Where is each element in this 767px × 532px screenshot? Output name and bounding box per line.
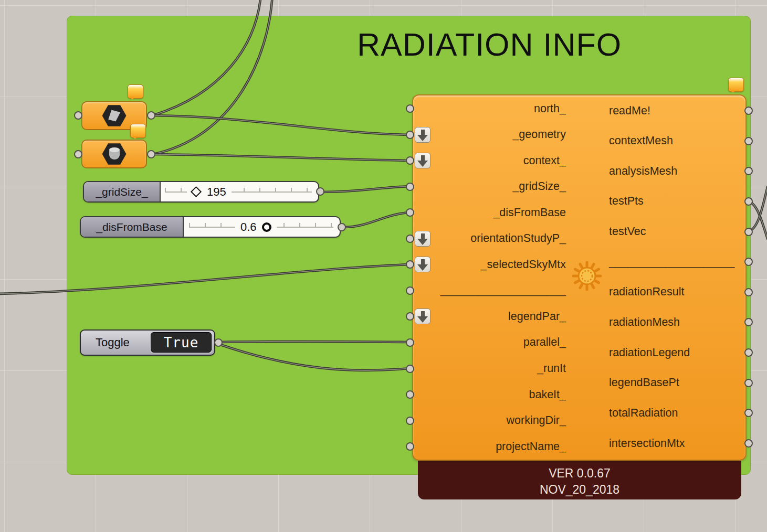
- wire-grip[interactable]: [744, 288, 753, 296]
- input-label: ____________________: [440, 284, 566, 297]
- output-label: testPts: [609, 195, 644, 208]
- wire-grip[interactable]: [406, 131, 414, 139]
- input-label: _disFromBase: [493, 206, 566, 219]
- boolean-toggle[interactable]: Toggle True: [80, 329, 215, 356]
- wire[interactable]: [153, 115, 410, 135]
- wire-grip[interactable]: [744, 348, 753, 357]
- component-output-row: radiationLegend: [609, 342, 751, 363]
- gridsize-number-slider[interactable]: _gridSize_ 195: [83, 181, 319, 203]
- wire-grip[interactable]: [338, 223, 346, 231]
- component-version: VER 0.0.67: [418, 465, 741, 482]
- wire-grip[interactable]: [74, 111, 82, 120]
- wire-grip[interactable]: [744, 197, 753, 206]
- component-input-row: parallel_: [413, 332, 570, 353]
- component-input-row: _selectedSkyMtx: [413, 254, 570, 275]
- component-input-row: projectName_: [413, 436, 570, 457]
- slider-label: _gridSize_: [84, 182, 161, 201]
- wire[interactable]: [153, 154, 410, 161]
- grasshopper-canvas[interactable]: RADIATION INFO VER 0.0.67 NOV_20_2018: [0, 0, 767, 532]
- component-input-row: _disFromBase: [413, 202, 570, 223]
- wire[interactable]: [153, 0, 261, 115]
- output-label: radiationMesh: [609, 316, 680, 329]
- warning-balloon-icon[interactable]: [728, 78, 744, 92]
- wire-grip[interactable]: [744, 379, 753, 387]
- list-access-arrow-icon[interactable]: [415, 153, 430, 168]
- component-output-row: readMe!: [609, 100, 751, 121]
- slider-track[interactable]: 0.6: [184, 217, 340, 237]
- input-label: orientationStudyP_: [470, 232, 566, 245]
- wire-grip[interactable]: [406, 417, 414, 425]
- slider-track[interactable]: 195: [161, 182, 318, 201]
- list-access-arrow-icon[interactable]: [415, 308, 430, 324]
- wire[interactable]: [321, 186, 410, 192]
- toggle-value[interactable]: True: [151, 332, 212, 353]
- output-label: radiationResult: [609, 285, 684, 299]
- wire-grip[interactable]: [406, 286, 414, 295]
- input-label: parallel_: [523, 336, 566, 349]
- input-label: context_: [523, 154, 566, 167]
- slider-label: _disFromBase: [81, 217, 184, 237]
- component-output-row: radiationMesh: [609, 312, 751, 333]
- slider-value: 0.6: [240, 220, 257, 234]
- context-param[interactable]: [81, 140, 147, 168]
- output-label: contextMesh: [609, 134, 673, 147]
- wire-grip[interactable]: [406, 365, 414, 373]
- component-output-row: legendBasePt: [609, 373, 751, 393]
- wire-grip[interactable]: [744, 137, 753, 145]
- input-label: _gridSize_: [512, 180, 566, 193]
- component-input-row: orientationStudyP_: [413, 228, 570, 249]
- output-label: readMe!: [609, 104, 650, 118]
- component-input-row: workingDir_: [413, 410, 570, 431]
- component-output-row: ____________________: [609, 251, 751, 272]
- component-output-row: testPts: [609, 191, 751, 212]
- wire-grip[interactable]: [214, 338, 223, 347]
- brep-icon: [102, 105, 127, 127]
- input-label: north_: [534, 102, 566, 115]
- wire-grip[interactable]: [147, 111, 155, 120]
- mesh-cylinder-icon: [102, 143, 127, 165]
- wire-grip[interactable]: [744, 228, 753, 236]
- component-input-row: ____________________: [413, 280, 570, 301]
- slider-value: 195: [207, 185, 226, 199]
- disfrombase-number-slider[interactable]: _disFromBase 0.6: [80, 216, 341, 238]
- wire[interactable]: [219, 342, 410, 342]
- component-output-row: radiationResult: [609, 282, 751, 303]
- warning-balloon-icon[interactable]: [128, 84, 143, 99]
- component-input-row: _geometry: [413, 124, 570, 145]
- input-label: _runIt: [537, 362, 566, 375]
- component-input-row: context_: [413, 150, 570, 171]
- slider-grip-diamond-icon[interactable]: [191, 186, 202, 197]
- output-label: analysisMesh: [609, 165, 677, 178]
- slider-grip-circle-icon[interactable]: [262, 222, 271, 232]
- output-label: legendBasePt: [609, 376, 679, 389]
- wire-grip[interactable]: [406, 390, 414, 399]
- input-label: _selectedSkyMtx: [480, 258, 566, 271]
- wire-grip[interactable]: [744, 107, 753, 115]
- component-input-row: north_: [413, 98, 570, 119]
- wire-grip[interactable]: [406, 156, 414, 165]
- toggle-label: Toggle: [81, 336, 130, 349]
- component-input-row: _gridSize_: [413, 176, 570, 197]
- wire-grip[interactable]: [744, 439, 753, 448]
- input-label: _geometry: [512, 128, 566, 141]
- wire-grip[interactable]: [147, 150, 155, 158]
- input-label: bakeIt_: [529, 388, 566, 401]
- list-access-arrow-icon[interactable]: [415, 231, 430, 247]
- wire[interactable]: [343, 212, 410, 227]
- list-access-arrow-icon[interactable]: [415, 127, 430, 143]
- input-label: legendPar_: [508, 310, 566, 323]
- wire[interactable]: [0, 264, 410, 294]
- wire-grip[interactable]: [74, 150, 82, 158]
- wire-grip[interactable]: [406, 338, 414, 347]
- wire-grip[interactable]: [406, 235, 414, 243]
- component-input-row: bakeIt_: [413, 384, 570, 405]
- wire[interactable]: [219, 344, 410, 370]
- input-label: workingDir_: [506, 414, 566, 427]
- component-output-row: analysisMesh: [609, 161, 751, 182]
- warning-balloon-icon[interactable]: [130, 124, 146, 138]
- list-access-arrow-icon[interactable]: [415, 257, 430, 272]
- wire-grip[interactable]: [316, 187, 324, 196]
- wire-grip[interactable]: [406, 183, 414, 191]
- wire-grip[interactable]: [406, 104, 414, 113]
- component-input-row: legendPar_: [413, 306, 570, 327]
